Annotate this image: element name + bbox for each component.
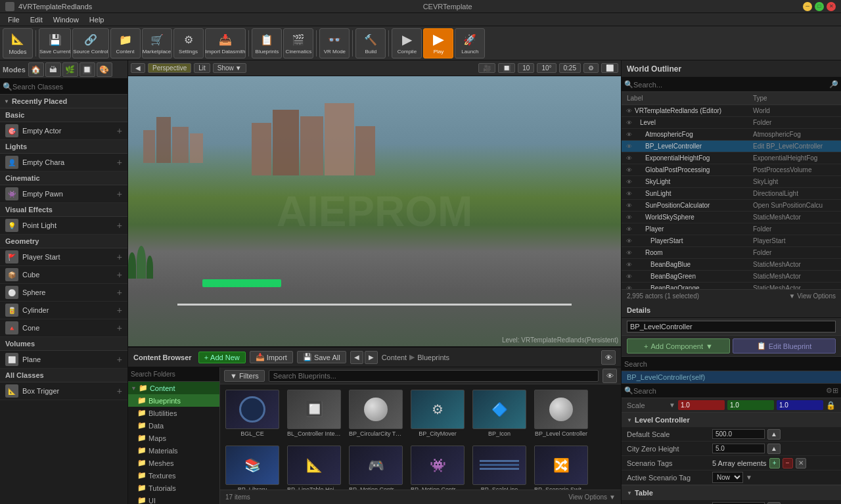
camera-speed-btn[interactable]: 🎥 [478, 63, 495, 73]
mode-foliage-btn[interactable]: 🌿 [62, 62, 78, 77]
empty-chara-item[interactable]: 👤 Empty Chara + [0, 154, 127, 172]
add-new-button[interactable]: + Add New [198, 352, 246, 363]
asset-bgl-ce[interactable]: BGL_CE [223, 387, 282, 440]
asset-bp-motion-pawn[interactable]: 👾 BP_Motion ControllerPawn [408, 443, 467, 490]
folder-materials[interactable]: 📁 Materials [128, 444, 219, 457]
import-button[interactable]: 📥 Import [250, 351, 293, 363]
box-trigger-add[interactable]: + [117, 386, 122, 396]
outliner-item-8[interactable]: 👁 SunPositionCalculator Open SunPosition… [622, 200, 841, 212]
nav-back-btn[interactable]: ◀ [350, 351, 363, 364]
menu-file[interactable]: File [3, 14, 25, 25]
prop-cull-radius-up[interactable]: ▲ [767, 502, 781, 505]
eye-button[interactable]: 👁 [601, 350, 616, 365]
marketplace-button[interactable]: 🛒 Marketplace [142, 28, 172, 58]
blueprints-button[interactable]: 📋 Blueprints [252, 28, 282, 58]
point-light-item[interactable]: 💡 Point Light + [0, 217, 127, 235]
cylinder-add[interactable]: + [117, 305, 122, 315]
asset-bp-city-mover[interactable]: ⚙ BP_CityMover [408, 387, 467, 440]
folder-blueprints[interactable]: 📁 Blueprints [128, 394, 219, 407]
all-classes-header[interactable]: All Classes [0, 369, 127, 382]
empty-pawn-add[interactable]: + [117, 189, 122, 199]
mode-select-btn[interactable]: 🏠 [28, 62, 44, 77]
mode-paint-btn[interactable]: 🎨 [97, 62, 112, 77]
outliner-item-12[interactable]: 👁 Room Folder [622, 247, 841, 259]
view-options-button[interactable]: View Options ▼ [568, 493, 616, 501]
geometry-header[interactable]: Geometry [0, 235, 127, 248]
asset-bp-motion-controller[interactable]: 🎮 BP_Motion Controller [346, 443, 405, 490]
outliner-search-btn[interactable]: 🔎 [829, 80, 838, 89]
empty-chara-add[interactable]: + [117, 157, 122, 168]
prop-scenario-tags-clear[interactable]: ✕ [796, 458, 806, 469]
outliner-item-1[interactable]: 👁 Level Folder [622, 117, 841, 129]
angle-btn[interactable]: 10° [537, 63, 556, 73]
asset-bp-scenario[interactable]: 🔀 BP_Scenario Switcher [532, 443, 591, 490]
folder-content[interactable]: ▼ 📁 Content [128, 382, 219, 394]
asset-eye-button[interactable]: 👁 [602, 369, 617, 383]
outliner-item-11[interactable]: 👁 PlayerStart PlayerStart [622, 235, 841, 247]
folder-meshes[interactable]: 📁 Meshes [128, 457, 219, 469]
empty-actor-item[interactable]: 🎯 Empty Actor + [0, 122, 127, 140]
prop-scenario-tags-add[interactable]: + [769, 458, 780, 469]
prop-default-scale-input[interactable] [712, 429, 765, 439]
add-component-button[interactable]: + Add Component ▼ [627, 338, 730, 354]
basic-header[interactable]: Basic [0, 108, 127, 122]
point-light-add[interactable]: + [117, 220, 122, 231]
prop-city-zero-height-up[interactable]: ▲ [767, 444, 781, 454]
lights-header[interactable]: Lights [0, 140, 127, 154]
cinematic-header[interactable]: Cinematic [0, 172, 127, 185]
outliner-item-15[interactable]: 👁 BeanBagOrange StaticMeshActor [622, 283, 841, 289]
build-button[interactable]: 🔨 Build [355, 28, 386, 58]
cylinder-item[interactable]: 🥫 Cylinder + [0, 302, 127, 319]
sphere-item[interactable]: ⚪ Sphere + [0, 284, 127, 302]
prop-default-scale-up[interactable]: ▲ [767, 429, 781, 440]
nav-forward-btn[interactable]: ▶ [365, 351, 378, 364]
outliner-item-7[interactable]: 👁 SunLight DirectionalLight [622, 188, 841, 200]
left-search-input[interactable] [12, 83, 125, 91]
folder-search-input[interactable] [131, 371, 217, 378]
3d-viewport[interactable]: AIEPROM Level: VRTemplateRedlands(Persis… [128, 76, 621, 346]
asset-bp-icon[interactable]: 🔷 BP_Icon [470, 387, 529, 440]
save-current-button[interactable]: 💾 Save Current [39, 28, 71, 58]
scale-z-value[interactable]: 1.0 [777, 400, 823, 410]
outliner-item-5[interactable]: 👁 GlobalPostProcessing PostProcessVolume [622, 164, 841, 176]
cube-add[interactable]: + [117, 269, 122, 280]
outliner-search-input[interactable] [633, 81, 829, 89]
plane-add[interactable]: + [117, 354, 122, 365]
asset-bl-controller[interactable]: 🔲 BL_Controller Interface [284, 387, 344, 440]
edit-blueprint-button[interactable]: 📋 Edit Blueprint [733, 338, 836, 354]
asset-bp-scale-line[interactable]: BP_ScaleLine [470, 443, 529, 490]
cinematics-button[interactable]: 🎬 Cinematics [283, 28, 313, 58]
lit-btn[interactable]: Lit [194, 63, 210, 73]
time-btn[interactable]: 0:25 [559, 63, 581, 73]
prop-scenario-tags-remove[interactable]: − [783, 458, 793, 469]
details-search-input[interactable] [624, 360, 838, 368]
outliner-item-13[interactable]: 👁 BeanBagBlue StaticMeshActor [622, 259, 841, 271]
details-name-input[interactable] [627, 321, 836, 332]
player-start-item[interactable]: 🚩 Player Start + [0, 248, 127, 266]
recently-placed-header[interactable]: Recently Placed [0, 95, 127, 108]
outliner-view-options[interactable]: ▼ View Options [789, 292, 836, 300]
menu-window[interactable]: Window [48, 14, 84, 25]
modes-button[interactable]: 📐 Modes [3, 28, 33, 58]
sphere-add[interactable]: + [117, 287, 122, 298]
menu-help[interactable]: Help [84, 14, 110, 25]
folder-blutilities[interactable]: 📁 Blutilities [128, 407, 219, 419]
asset-bp-level-controller[interactable]: BP_Level Controller [532, 387, 591, 440]
folder-ui[interactable]: 📁 UI [128, 494, 219, 504]
visual-effects-header[interactable]: Visual Effects [0, 203, 127, 217]
vp-settings-btn[interactable]: ⚙ [583, 63, 599, 73]
plane-item[interactable]: ⬜ Plane + [0, 351, 127, 369]
maximize-button[interactable]: □ [815, 2, 824, 11]
prop-active-scenario-select[interactable]: Now [712, 472, 743, 483]
launch-button[interactable]: 🚀 Launch [455, 28, 485, 58]
scale-x-value[interactable]: 1.0 [678, 400, 725, 410]
outliner-item-2[interactable]: 👁 AtmosphericFog AtmosphericFog [622, 129, 841, 141]
cone-item[interactable]: 🔺 Cone + [0, 319, 127, 337]
asset-bp-line-table[interactable]: 📐 BP_LineTable HeightChanger [284, 443, 344, 490]
scale-y-value[interactable]: 1.0 [727, 400, 774, 410]
folder-data[interactable]: 📁 Data [128, 419, 219, 432]
prop-city-zero-height-input[interactable] [712, 444, 765, 453]
outliner-item-14[interactable]: 👁 BeanBagGreen StaticMeshActor [622, 271, 841, 283]
box-trigger-item[interactable]: 📐 Box Trigger + [0, 382, 127, 400]
volumes-header[interactable]: Volumes [0, 337, 127, 351]
